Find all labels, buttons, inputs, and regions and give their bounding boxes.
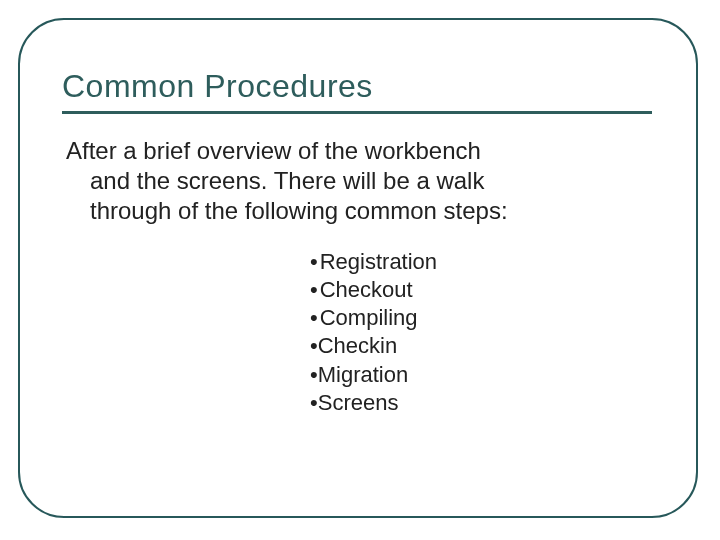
list-item: Compiling bbox=[310, 304, 652, 332]
list-item: Checkout bbox=[310, 276, 652, 304]
list-item-label: Compiling bbox=[320, 305, 418, 330]
list-item: Screens bbox=[310, 389, 652, 417]
list-item-label: Registration bbox=[320, 249, 437, 274]
title-underline bbox=[62, 111, 652, 114]
list-item: Migration bbox=[310, 361, 652, 389]
list-item-label: Migration bbox=[318, 362, 408, 387]
list-item-label: Checkin bbox=[318, 333, 397, 358]
list-item-label: Screens bbox=[318, 390, 399, 415]
slide-title: Common Procedures bbox=[62, 68, 652, 105]
intro-line-1: After a brief overview of the workbench bbox=[66, 137, 481, 164]
list-item: Checkin bbox=[310, 332, 652, 360]
list-item: Registration bbox=[310, 248, 652, 276]
intro-line-2: and the screens. There will be a walk bbox=[66, 166, 652, 196]
steps-list: Registration Checkout Compiling Checkin … bbox=[310, 248, 652, 417]
intro-line-3: through of the following common steps: bbox=[66, 196, 652, 226]
intro-paragraph: After a brief overview of the workbench … bbox=[62, 136, 652, 226]
list-item-label: Checkout bbox=[320, 277, 413, 302]
slide-content: Common Procedures After a brief overview… bbox=[62, 68, 652, 417]
